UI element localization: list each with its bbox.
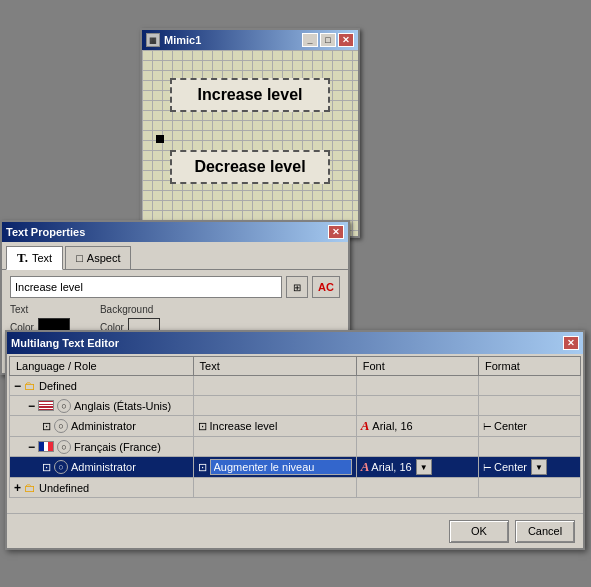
fr-admin-font-cell[interactable]: A Arial, 16 ▼ [356, 457, 478, 478]
mimic-window: ▦ Mimic1 _ □ ✕ Increase level Decrease l… [140, 28, 360, 238]
font-icon: A [361, 418, 370, 434]
mimic-close-button[interactable]: ✕ [338, 33, 354, 47]
us-lang-tree-row: − ○ Anglais (États-Unis) [14, 399, 189, 413]
multilang-close-button[interactable]: ✕ [563, 336, 579, 350]
font-icon2: A [361, 459, 370, 475]
fr-admin-font: Arial, 16 [371, 461, 411, 473]
doc-icon: ⊡ [42, 420, 51, 433]
tab-text[interactable]: T. Text [6, 246, 63, 270]
table-row: − ○ Anglais (États-Unis) [10, 396, 581, 416]
fr-admin-cell[interactable]: ⊡ ○ Administrator [10, 457, 194, 478]
us-lang-format-cell [479, 396, 581, 416]
fr-admin-text-input[interactable] [210, 459, 352, 475]
role-icon: ○ [57, 399, 71, 413]
fr-format-cell-content: ⊢ Center ▼ [483, 459, 576, 475]
us-lang-cell: − ○ Anglais (États-Unis) [10, 396, 194, 416]
defined-format-cell [479, 376, 581, 396]
text-value-input[interactable] [10, 276, 282, 298]
text-props-titlebar: Text Properties ✕ [2, 222, 348, 242]
undefined-cell: + 🗀 Undefined [10, 478, 194, 498]
tab-text-label: Text [32, 252, 52, 264]
multilang-text-editor-window: Multilang Text Editor ✕ Language / Role … [5, 330, 585, 550]
role-circle-icon2: ○ [54, 460, 68, 474]
us-admin-label: Administrator [71, 420, 136, 432]
us-admin-format-cell: ⊢ Center [479, 416, 581, 437]
undefined-label: Undefined [39, 482, 89, 494]
fr-lang-font-cell [356, 437, 478, 457]
col-text-header: Text [193, 357, 356, 376]
us-font-cell-content: A Arial, 16 [361, 418, 474, 434]
mimic-titlebar-left: ▦ Mimic1 [146, 33, 201, 47]
text-props-titlebar-left: Text Properties [6, 226, 85, 238]
us-text-cell-content: ⊡ Increase level [198, 420, 352, 433]
table-row[interactable]: ⊡ ○ Administrator ⊡ A [10, 457, 581, 478]
aspect-tab-icon: □ [76, 252, 83, 264]
plus-icon[interactable]: + [14, 481, 21, 495]
doc-icon2: ⊡ [42, 461, 51, 474]
us-admin-font: Arial, 16 [372, 420, 412, 432]
fr-admin-tree-row: ⊡ ○ Administrator [14, 460, 189, 474]
multilang-title: Multilang Text Editor [11, 337, 119, 349]
text-tab-icon: T. [17, 250, 28, 266]
fr-admin-text-cell[interactable]: ⊡ [193, 457, 356, 478]
col-language-header: Language / Role [10, 357, 194, 376]
defined-font-cell [356, 376, 478, 396]
tab-aspect[interactable]: □ Aspect [65, 246, 131, 269]
us-admin-format: Center [494, 420, 527, 432]
text-props-tabs: T. Text □ Aspect [2, 242, 348, 270]
decrease-level-button[interactable]: Decrease level [170, 150, 330, 184]
text-ac-button[interactable]: AC [312, 276, 340, 298]
us-admin-font-cell: A Arial, 16 [356, 416, 478, 437]
tab-aspect-label: Aspect [87, 252, 121, 264]
text-input-row: ⊞ AC [10, 276, 340, 298]
minus-icon[interactable]: − [28, 399, 35, 413]
mimic-titlebar: ▦ Mimic1 _ □ ✕ [142, 30, 358, 50]
ok-button[interactable]: OK [449, 520, 509, 543]
us-admin-cell: ⊡ ○ Administrator [10, 416, 194, 437]
fr-admin-label: Administrator [71, 461, 136, 473]
minus-icon[interactable]: − [14, 379, 21, 393]
cancel-button[interactable]: Cancel [515, 520, 575, 543]
font-dropdown-arrow[interactable]: ▼ [416, 459, 432, 475]
defined-text-cell [193, 376, 356, 396]
text-label: Text [10, 304, 70, 315]
mimic-title: Mimic1 [164, 34, 201, 46]
fr-lang-label: Français (France) [74, 441, 161, 453]
defined-label: Defined [39, 380, 77, 392]
undefined-tree-row: + 🗀 Undefined [14, 481, 189, 495]
mimic-titlebar-buttons: _ □ ✕ [302, 33, 354, 47]
us-lang-label: Anglais (États-Unis) [74, 400, 171, 412]
text-cell-icon2: ⊡ [198, 461, 207, 474]
defined-tree-row: − 🗀 Defined [14, 379, 189, 393]
multilang-titlebar-left: Multilang Text Editor [11, 337, 119, 349]
text-props-title: Text Properties [6, 226, 85, 238]
role-circle-icon: ○ [54, 419, 68, 433]
format-dropdown-arrow[interactable]: ▼ [531, 459, 547, 475]
fr-font-cell-content: A Arial, 16 ▼ [361, 459, 474, 475]
format-arrows-icon2: ⊢ [483, 462, 492, 473]
fr-flag-icon [38, 441, 54, 452]
us-flag-icon [38, 400, 54, 411]
text-props-close-button[interactable]: ✕ [328, 225, 344, 239]
fr-admin-format-cell[interactable]: ⊢ Center ▼ [479, 457, 581, 478]
multilang-table: Language / Role Text Font Format − 🗀 Def… [9, 356, 581, 498]
mimic-minimize-button[interactable]: _ [302, 33, 318, 47]
table-row: − ○ Français (France) [10, 437, 581, 457]
us-admin-tree-row: ⊡ ○ Administrator [14, 419, 189, 433]
mimic-maximize-button[interactable]: □ [320, 33, 336, 47]
text-browse-button[interactable]: ⊞ [286, 276, 308, 298]
undefined-format-cell [479, 478, 581, 498]
multilang-titlebar: Multilang Text Editor ✕ [7, 332, 583, 354]
table-row: ⊡ ○ Administrator ⊡ Increase level [10, 416, 581, 437]
col-font-header: Font [356, 357, 478, 376]
minus-icon[interactable]: − [28, 440, 35, 454]
fr-text-cell-content: ⊡ [198, 459, 352, 475]
multilang-body: Language / Role Text Font Format − 🗀 Def… [7, 354, 583, 513]
increase-level-button[interactable]: Increase level [170, 78, 330, 112]
us-lang-font-cell [356, 396, 478, 416]
fr-lang-tree-row: − ○ Français (France) [14, 440, 189, 454]
us-admin-text-cell: ⊡ Increase level [193, 416, 356, 437]
text-cell-icon: ⊡ [198, 420, 207, 433]
format-arrows-icon: ⊢ [483, 421, 492, 432]
fr-lang-cell: − ○ Français (France) [10, 437, 194, 457]
